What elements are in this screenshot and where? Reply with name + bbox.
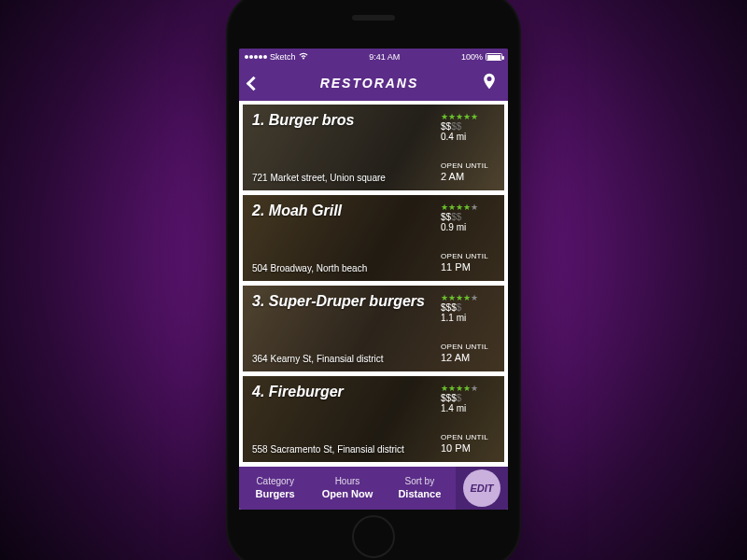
restaurant-address: 721 Market street, Union square [252, 173, 433, 183]
open-until: open until11 PM [441, 252, 497, 273]
location-button[interactable] [480, 71, 499, 95]
open-until: open until2 AM [441, 161, 497, 183]
restaurant-name: Fireburger [269, 384, 344, 399]
page-title: RESTORANS [320, 76, 419, 91]
restaurant-list[interactable]: 1. Burger bros 721 Market street, Union … [239, 101, 508, 510]
restaurant-address: 558 Sacramento St, Finansial district [252, 444, 433, 455]
distance: 1.4 mi [441, 403, 497, 413]
star-rating: ★★★★★ [441, 293, 497, 302]
price-level: $$$$ [441, 212, 497, 222]
rank: 4. [252, 384, 264, 399]
restaurant-meta: ★★★★★ $$$$ 0.9 mi open until11 PM [441, 203, 497, 273]
restaurant-card[interactable]: 2. Moah Grill 504 Broadway, North beach … [243, 195, 504, 281]
nav-bar: RESTORANS [239, 65, 508, 101]
filter-bar: Category Burgers Hours Open Now Sort by … [239, 467, 508, 510]
phone-frame: Sketch 9:41 AM 100% RESTORANS 1. B [226, 0, 521, 560]
carrier-label: Sketch [270, 52, 296, 62]
screen: Sketch 9:41 AM 100% RESTORANS 1. B [239, 49, 508, 510]
filter-value: Distance [388, 487, 452, 500]
battery-pct: 100% [461, 52, 483, 62]
distance: 1.1 mi [441, 313, 497, 323]
open-until: open until12 AM [441, 343, 497, 364]
filter-label: Sort by [388, 475, 452, 487]
price-level: $$$$ [441, 302, 497, 313]
restaurant-address: 364 Kearny St, Finansial district [252, 354, 433, 364]
filter-value: Open Now [315, 487, 379, 500]
filter-category[interactable]: Category Burgers [239, 475, 311, 500]
price-level: $$$$ [441, 121, 497, 132]
filter-value: Burgers [243, 487, 307, 500]
star-rating: ★★★★★ [441, 203, 497, 212]
rank: 1. [252, 112, 264, 128]
rank: 2. [252, 203, 264, 218]
restaurant-meta: ★★★★★ $$$$ 1.4 mi open until10 PM [441, 384, 497, 455]
filter-hours[interactable]: Hours Open Now [311, 475, 383, 500]
star-rating: ★★★★★ [441, 384, 497, 393]
battery-icon [486, 53, 502, 61]
open-until: open until10 PM [441, 433, 497, 455]
wifi-icon [299, 52, 308, 62]
status-bar: Sketch 9:41 AM 100% [239, 49, 508, 65]
back-button[interactable] [248, 78, 259, 89]
price-level: $$$$ [441, 393, 497, 403]
map-pin-icon [480, 78, 499, 94]
restaurant-meta: ★★★★★ $$$$ 0.4 mi open until2 AM [441, 112, 497, 183]
filter-label: Category [243, 475, 307, 487]
edit-icon: EDIT [463, 469, 500, 507]
restaurant-name: Super-Druper burgers [269, 293, 425, 309]
filter-sort[interactable]: Sort by Distance [384, 475, 456, 500]
restaurant-name: Moah Grill [269, 203, 342, 218]
chevron-left-icon [247, 76, 261, 91]
filter-label: Hours [315, 475, 379, 487]
restaurant-card[interactable]: 3. Super-Druper burgers 364 Kearny St, F… [243, 286, 504, 371]
star-rating: ★★★★★ [441, 112, 497, 121]
signal-dots-icon [245, 55, 267, 59]
restaurant-name: Burger bros [269, 112, 355, 128]
rank: 3. [252, 293, 264, 309]
distance: 0.9 mi [441, 222, 497, 232]
clock: 9:41 AM [369, 52, 400, 62]
edit-filters-button[interactable]: EDIT [456, 467, 508, 510]
restaurant-card[interactable]: 1. Burger bros 721 Market street, Union … [243, 105, 504, 190]
restaurant-address: 504 Broadway, North beach [252, 263, 433, 273]
restaurant-meta: ★★★★★ $$$$ 1.1 mi open until12 AM [441, 293, 497, 364]
restaurant-card[interactable]: 4. Fireburger 558 Sacramento St, Finansi… [243, 376, 504, 462]
distance: 0.4 mi [441, 132, 497, 142]
